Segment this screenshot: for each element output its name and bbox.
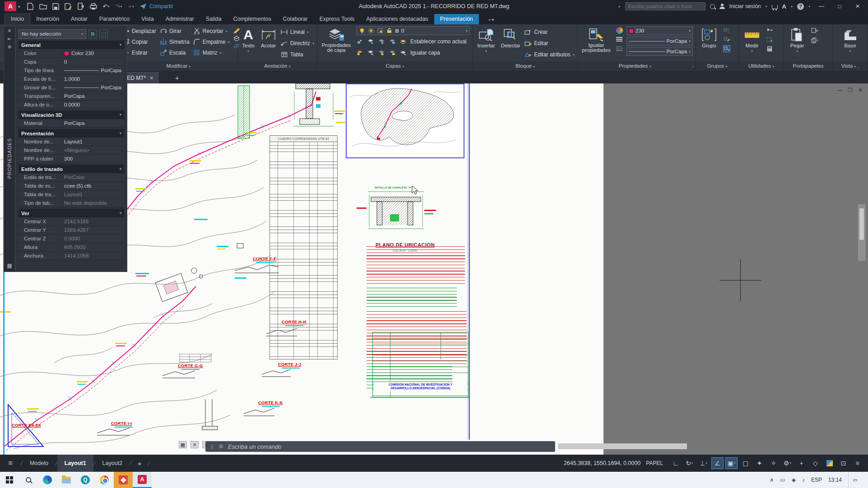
tab-anotar[interactable]: Anotar xyxy=(65,14,93,24)
copiar-button[interactable]: Copiar xyxy=(122,37,156,47)
paper-space-label[interactable]: PAPEL xyxy=(646,460,663,466)
language-indicator[interactable]: ESP xyxy=(811,477,822,483)
notification-center-button[interactable]: ▭ xyxy=(848,472,862,488)
redo-icon[interactable]: ↷▾ xyxy=(115,3,123,10)
drawing-file-tab-close-icon[interactable]: ✕ xyxy=(149,75,153,81)
clock[interactable]: 13:14 xyxy=(828,477,842,483)
igualar-capa-button[interactable]: Igualar capa xyxy=(410,50,440,56)
matriz-button[interactable]: Matriz▾ xyxy=(193,48,230,58)
drawing-close-icon[interactable]: ✕ xyxy=(858,87,863,93)
app-menu-chevron-icon[interactable]: ▾ xyxy=(18,5,20,9)
copy-clip-icon[interactable]: ▾ xyxy=(811,37,818,44)
sign-in-button[interactable]: Iniciar sesión xyxy=(729,3,761,9)
editar-bloque-button[interactable]: Editar xyxy=(525,38,575,48)
group-edit-icon[interactable] xyxy=(723,36,730,43)
girar-button[interactable]: Girar xyxy=(160,26,190,36)
prop-row-centrar-y[interactable]: Centrar Y1569.4257 xyxy=(19,226,124,235)
tray-volume-icon[interactable]: ♪ xyxy=(802,477,805,483)
layer-unlock-icon[interactable] xyxy=(389,49,396,56)
close-tool-icon[interactable]: ✕ xyxy=(190,441,199,448)
autodesk-logo-icon[interactable]: A xyxy=(782,3,786,10)
annotation-scale-gear-icon[interactable]: ⚙▾ xyxy=(781,457,794,469)
layer-on-all-icon[interactable] xyxy=(367,49,374,56)
search-icon[interactable] xyxy=(710,4,715,9)
panel-label-anotacion[interactable]: Anotación ▾ xyxy=(238,61,317,71)
prop-row-anchura[interactable]: Anchura1414.1058 xyxy=(19,252,124,260)
panel-label-vista[interactable]: Vista ▾ ⌟ xyxy=(833,61,868,71)
open-folder-icon[interactable] xyxy=(39,3,47,10)
q-app-button[interactable]: Q xyxy=(76,472,95,488)
isolate-objects-icon[interactable]: ◇ xyxy=(809,457,822,469)
tab-administrar[interactable]: Administrar xyxy=(160,14,200,24)
tab-parametrico[interactable]: Paramétrico xyxy=(93,14,135,24)
grupo-button[interactable]: Grupo xyxy=(699,26,719,61)
sign-in-chevron-icon[interactable]: ▾ xyxy=(766,5,767,9)
annotation-autoscale-icon[interactable]: ✧ xyxy=(767,457,780,469)
linetype-icon[interactable] xyxy=(616,45,623,52)
prop-row-grosor[interactable]: Grosor de lí...PorCapa xyxy=(19,83,124,92)
quick-calc-icon[interactable] xyxy=(766,45,773,52)
start-button[interactable] xyxy=(0,472,19,488)
undo-icon[interactable]: ↶▾ xyxy=(102,3,110,10)
minimize-button[interactable]: — xyxy=(815,3,828,9)
workspace-switch-icon[interactable]: + xyxy=(795,457,808,469)
propiedades-de-capa-button[interactable]: Propiedades de capa xyxy=(320,26,353,61)
make-current-icon[interactable] xyxy=(399,38,407,45)
prop-row-tabla-trazado[interactable]: Tabla de tra...Layout1 xyxy=(19,190,124,199)
section-estilo-trazado-header[interactable]: Estilo de trazado▾ xyxy=(19,165,124,173)
tab-modelo[interactable]: Modelo xyxy=(23,455,56,472)
empalme-button[interactable]: Empalme▾ xyxy=(193,37,230,47)
tab-inicio[interactable]: Inicio xyxy=(5,14,30,24)
close-button[interactable]: ✕ xyxy=(851,3,864,9)
qat-customize-icon[interactable]: ═ ▾ xyxy=(127,3,135,10)
color-wheel-icon[interactable] xyxy=(616,27,623,34)
section-visualizacion-3d-header[interactable]: Visualización 3D▾ xyxy=(19,110,124,119)
save-as-icon[interactable] xyxy=(64,3,72,10)
help-icon[interactable]: ? xyxy=(797,3,804,10)
panel-label-modificar[interactable]: Modificar ▾ xyxy=(120,61,237,71)
store-cart-icon[interactable] xyxy=(772,5,778,9)
vertical-scrollbar[interactable] xyxy=(858,204,865,261)
drawing-restore-icon[interactable]: ❐ xyxy=(848,87,853,93)
palette-bottom-icon[interactable]: ▦ xyxy=(7,262,12,269)
tab-insercion[interactable]: Inserción xyxy=(30,14,65,24)
selection-filter-chevron-icon[interactable]: ▾ xyxy=(81,32,83,36)
match-layer-icon[interactable] xyxy=(399,49,407,56)
command-line[interactable]: ⣿ ⚙ Escriba un comando xyxy=(205,441,555,452)
section-general-header[interactable]: General▾ xyxy=(19,41,124,49)
prop-row-tabla-estilos[interactable]: Tabla de es...ccee (5).ctb xyxy=(19,182,124,190)
layer-lock-icon[interactable] xyxy=(385,27,393,34)
layout-menu-icon[interactable]: ≡ xyxy=(0,459,21,467)
pegar-button[interactable]: Pegar▾ xyxy=(787,26,808,61)
simetria-button[interactable]: Simetría xyxy=(160,37,190,47)
object-snap-icon[interactable]: ▣▾ xyxy=(725,457,738,469)
prop-row-altura[interactable]: Altura605.0920 xyxy=(19,243,124,252)
prop-row-tipo-linea[interactable]: Tipo de líneaPorCapa xyxy=(19,66,124,75)
prop-row-nombre-2[interactable]: Nombre de...<Ninguno> xyxy=(19,146,124,155)
grid-snap-icon[interactable]: ∟ xyxy=(669,457,682,469)
selection-filter-combo[interactable]: No hay selección ▾ xyxy=(19,29,86,39)
dynamic-input-icon[interactable]: ↻▾ xyxy=(683,457,696,469)
object-color-combo[interactable]: 230 ▾ xyxy=(627,26,693,35)
layer-thaw-icon[interactable] xyxy=(378,49,385,56)
prop-row-altura-objeto[interactable]: Altura de o...0.0000 xyxy=(19,101,124,109)
lineweight-icon[interactable] xyxy=(616,36,623,43)
tabla-button[interactable]: Tabla xyxy=(281,50,314,60)
prop-row-escala-tl[interactable]: Escala de ti...1.0000 xyxy=(19,75,124,83)
vertical-scrollbar-thumb[interactable] xyxy=(859,208,864,240)
prop-row-color[interactable]: ColorColor 230 xyxy=(19,49,124,58)
ribbon-display-toggle-icon[interactable]: ▪ ▾ xyxy=(485,16,497,24)
palette-close-icon[interactable]: ✕ xyxy=(7,28,11,36)
tray-display-icon[interactable]: ▭ xyxy=(780,477,785,483)
recortar-chevron-icon[interactable]: ▾ xyxy=(226,29,227,33)
empalme-chevron-icon[interactable]: ▾ xyxy=(227,40,229,44)
layer-lock-tool-icon[interactable] xyxy=(389,38,396,45)
select-all-icon[interactable] xyxy=(766,36,773,43)
palette-autohide-icon[interactable]: ⇤ xyxy=(7,36,11,44)
linetype-combo-chevron-icon[interactable]: ▾ xyxy=(689,39,691,43)
select-objects-icon[interactable]: ⬚ xyxy=(99,30,108,38)
share-button[interactable]: Compartir xyxy=(140,3,173,9)
escala-button[interactable]: Escala xyxy=(160,48,190,58)
layer-vp-freeze-icon[interactable] xyxy=(376,27,384,34)
quick-select-icon[interactable] xyxy=(766,27,773,34)
